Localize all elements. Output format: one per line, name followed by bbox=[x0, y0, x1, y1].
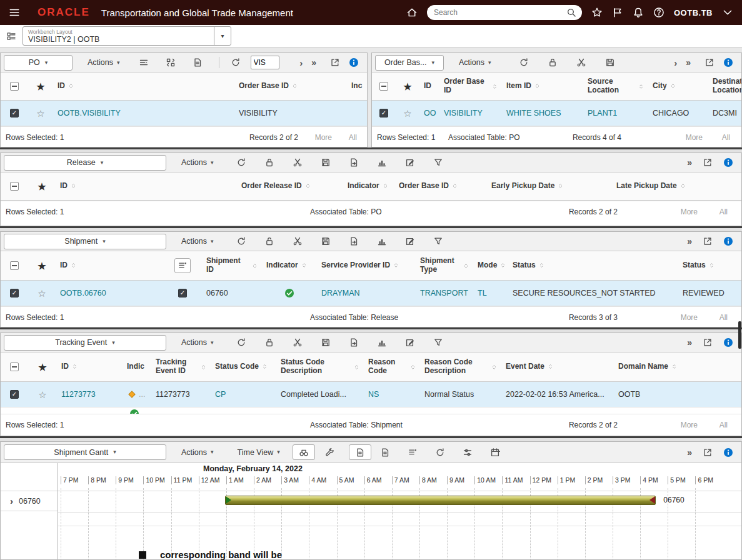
column-header-mode[interactable]: Mode bbox=[473, 260, 508, 271]
open-in-new-window-icon[interactable] bbox=[703, 158, 713, 168]
panel-splitter[interactable] bbox=[0, 436, 742, 441]
column-header-source-location[interactable]: Source Location bbox=[583, 76, 648, 96]
open-in-new-window-icon[interactable] bbox=[703, 338, 713, 348]
po-id-link[interactable]: OOTB.VISIBILITY bbox=[58, 109, 121, 118]
gantt-row-header[interactable]: › 06760 bbox=[1, 491, 58, 511]
info-icon[interactable] bbox=[349, 58, 359, 68]
gantt-shipment-bar[interactable] bbox=[225, 496, 656, 505]
row-checkbox[interactable] bbox=[10, 289, 19, 298]
collapse-panel-icon[interactable]: » bbox=[311, 58, 316, 67]
sort-icon[interactable] bbox=[72, 362, 78, 371]
column-header-late-pickup-date[interactable]: Late Pickup Date bbox=[612, 181, 741, 192]
refresh-icon[interactable] bbox=[236, 338, 246, 348]
open-in-new-window-icon[interactable] bbox=[703, 236, 713, 246]
sort-icon[interactable] bbox=[709, 261, 714, 269]
cell-reason-code[interactable]: NS bbox=[368, 390, 379, 399]
column-header-id[interactable]: ID bbox=[53, 81, 234, 92]
order-base-table-row[interactable]: ☆ OO VISIBILITY WHITE SHOES PLANT1 CHICA… bbox=[372, 101, 741, 126]
sort-icon[interactable] bbox=[534, 82, 540, 90]
info-icon[interactable] bbox=[723, 236, 733, 246]
all-link[interactable]: All bbox=[719, 421, 728, 429]
legend-list-icon[interactable] bbox=[408, 448, 418, 458]
actions-dropdown[interactable]: Actions ▾ bbox=[88, 58, 120, 67]
all-link[interactable]: All bbox=[719, 313, 728, 322]
user-caret-icon[interactable] bbox=[722, 7, 733, 18]
lock-icon[interactable] bbox=[548, 58, 558, 68]
filter-icon[interactable] bbox=[433, 338, 443, 348]
select-all-checkbox[interactable] bbox=[10, 182, 19, 191]
info-icon[interactable] bbox=[723, 338, 733, 348]
release-panel-title-dropdown[interactable]: Release ▾ bbox=[4, 155, 166, 171]
column-header-status-2[interactable]: Status bbox=[678, 260, 741, 271]
all-link[interactable]: All bbox=[719, 208, 728, 216]
edit-icon[interactable] bbox=[405, 158, 415, 168]
sort-icon[interactable] bbox=[491, 363, 497, 371]
collapse-panel-icon[interactable]: » bbox=[686, 58, 691, 67]
sort-icon[interactable] bbox=[252, 262, 258, 270]
collapse-panel-icon[interactable]: » bbox=[687, 448, 692, 457]
save-icon[interactable] bbox=[321, 158, 331, 168]
po-table-row[interactable]: ☆ OOTB.VISIBILITY VISIBILITY bbox=[1, 101, 367, 126]
search-input[interactable] bbox=[433, 8, 566, 18]
column-header-reason-code-description[interactable]: Reason Code Description bbox=[420, 357, 501, 377]
more-link[interactable]: More bbox=[681, 208, 698, 216]
workbench-caret-button[interactable]: ▾ bbox=[214, 27, 231, 45]
time-view-dropdown[interactable]: Time View ▾ bbox=[238, 448, 280, 457]
column-header-reason-code[interactable]: Reason Code bbox=[364, 357, 420, 377]
cell-mode[interactable]: TL bbox=[478, 289, 487, 298]
column-header-shipment-type[interactable]: Shipment Type bbox=[416, 256, 473, 276]
sort-icon[interactable] bbox=[638, 82, 644, 91]
sort-icon[interactable] bbox=[68, 82, 74, 90]
row-checkbox[interactable] bbox=[379, 109, 388, 118]
column-header-order-base-id[interactable]: Order Base ID bbox=[394, 181, 487, 192]
document-icon[interactable] bbox=[380, 448, 390, 458]
open-in-new-window-icon[interactable] bbox=[330, 58, 340, 68]
filter-icon[interactable] bbox=[433, 236, 443, 246]
tracking-event-id-link[interactable]: 11273773 bbox=[61, 390, 96, 399]
tracking-panel-title-dropdown[interactable]: Tracking Event ▾ bbox=[4, 335, 166, 351]
column-header-event-date[interactable]: Event Date bbox=[501, 361, 614, 372]
column-header-id[interactable]: ID bbox=[419, 81, 439, 92]
column-header-status[interactable]: Status bbox=[508, 260, 678, 271]
save-icon[interactable] bbox=[321, 338, 331, 348]
column-header-service-provider-id[interactable]: Service Provider ID bbox=[317, 260, 416, 271]
lock-icon[interactable] bbox=[264, 236, 274, 246]
settings-sliders-icon[interactable] bbox=[463, 448, 473, 458]
select-all-checkbox[interactable] bbox=[10, 82, 19, 91]
column-header-indicator[interactable]: Indicator bbox=[343, 181, 394, 192]
menu-icon[interactable] bbox=[9, 7, 20, 18]
wrench-icon[interactable] bbox=[325, 448, 335, 458]
lock-icon[interactable] bbox=[264, 338, 274, 348]
shipment-table-row[interactable]: ☆ OOTB.06760 06760 DRAYMAN TRANSPORT TL … bbox=[1, 281, 741, 306]
details-button[interactable] bbox=[349, 444, 371, 460]
gantt-panel-title-dropdown[interactable]: Shipment Gantt ▾ bbox=[4, 444, 166, 460]
more-link[interactable]: More bbox=[686, 133, 703, 142]
select-all-checkbox[interactable] bbox=[10, 362, 19, 371]
refresh-icon[interactable] bbox=[236, 158, 246, 168]
order-base-id-link[interactable]: OO bbox=[424, 109, 436, 118]
sort-icon[interactable] bbox=[500, 261, 506, 269]
search-icon[interactable] bbox=[566, 8, 576, 18]
star-outline-icon[interactable]: ☆ bbox=[403, 109, 411, 118]
sort-icon[interactable] bbox=[393, 261, 399, 269]
refresh-icon[interactable] bbox=[236, 236, 246, 246]
po-filter-input[interactable] bbox=[251, 56, 279, 69]
row-checkbox[interactable] bbox=[10, 109, 19, 118]
collapse-panel-icon[interactable]: » bbox=[687, 158, 692, 167]
sort-icon[interactable] bbox=[71, 182, 76, 190]
favorites-icon[interactable] bbox=[591, 7, 603, 18]
column-header-city[interactable]: City bbox=[648, 81, 708, 92]
edit-icon[interactable] bbox=[405, 338, 415, 348]
select-all-checkbox[interactable] bbox=[379, 82, 388, 91]
column-header-tracking-event-id[interactable]: Tracking Event ID bbox=[151, 357, 211, 377]
order-base-panel-title-dropdown[interactable]: Order Bas... ▾ bbox=[375, 55, 444, 71]
column-header-status-code[interactable]: Status Code bbox=[211, 361, 276, 372]
column-header-order-base-id[interactable]: Order Base ID bbox=[439, 76, 502, 96]
star-outline-icon[interactable]: ☆ bbox=[38, 390, 46, 399]
save-icon[interactable] bbox=[321, 236, 331, 246]
actions-dropdown[interactable]: Actions ▾ bbox=[181, 338, 214, 347]
column-header-id[interactable]: ID bbox=[56, 181, 237, 192]
info-icon[interactable] bbox=[723, 448, 733, 458]
actions-dropdown[interactable]: Actions ▾ bbox=[181, 448, 214, 457]
star-outline-icon[interactable]: ☆ bbox=[38, 289, 46, 298]
